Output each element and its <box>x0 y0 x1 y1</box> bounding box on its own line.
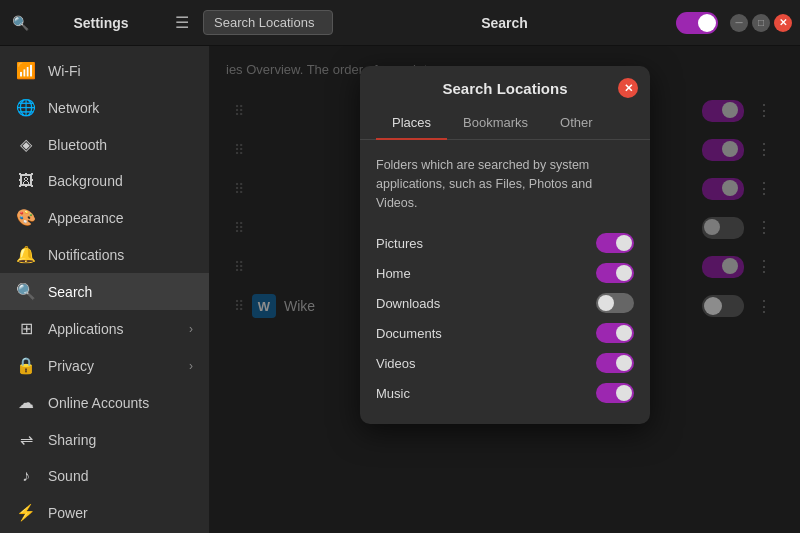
location-row-videos: Videos <box>376 348 634 378</box>
sidebar-label-background: Background <box>48 173 123 189</box>
sidebar-label-notifications: Notifications <box>48 247 124 263</box>
titlebar-search-icon: 🔍 <box>8 11 33 35</box>
sidebar-label-power: Power <box>48 505 88 521</box>
main-layout: 📶 Wi-Fi 🌐 Network ◈ Bluetooth 🖼 Backgrou… <box>0 46 800 533</box>
videos-toggle[interactable] <box>596 353 634 373</box>
modal-description: Folders which are searched by system app… <box>376 156 634 212</box>
location-name-downloads: Downloads <box>376 296 440 311</box>
sidebar-label-search: Search <box>48 284 92 300</box>
sidebar-label-sound: Sound <box>48 468 88 484</box>
location-row-documents: Documents <box>376 318 634 348</box>
sidebar-label-privacy: Privacy <box>48 358 94 374</box>
sidebar-item-bluetooth[interactable]: ◈ Bluetooth <box>0 126 209 163</box>
sidebar-label-applications: Applications <box>48 321 124 337</box>
close-button[interactable]: ✕ <box>774 14 792 32</box>
location-row-pictures: Pictures <box>376 228 634 258</box>
menu-button[interactable]: ☰ <box>169 9 195 36</box>
sidebar-label-network: Network <box>48 100 99 116</box>
sidebar-item-sharing[interactable]: ⇌ Sharing <box>0 421 209 458</box>
notifications-icon: 🔔 <box>16 245 36 264</box>
online-accounts-icon: ☁ <box>16 393 36 412</box>
location-row-downloads: Downloads <box>376 288 634 318</box>
app-title: Settings <box>41 15 161 31</box>
appearance-icon: 🎨 <box>16 208 36 227</box>
location-name-documents: Documents <box>376 326 442 341</box>
sidebar-label-bluetooth: Bluetooth <box>48 137 107 153</box>
tab-places[interactable]: Places <box>376 107 447 140</box>
documents-toggle[interactable] <box>596 323 634 343</box>
location-name-music: Music <box>376 386 410 401</box>
sidebar-item-network[interactable]: 🌐 Network <box>0 89 209 126</box>
search-locations-modal: Search Locations ✕ Places Bookmarks Othe… <box>360 66 650 424</box>
tab-other[interactable]: Other <box>544 107 609 140</box>
sidebar-item-notifications[interactable]: 🔔 Notifications <box>0 236 209 273</box>
sidebar-item-background[interactable]: 🖼 Background <box>0 163 209 199</box>
chevron-right-icon: › <box>189 322 193 336</box>
sidebar-item-search[interactable]: 🔍 Search <box>0 273 209 310</box>
privacy-icon: 🔒 <box>16 356 36 375</box>
modal-close-button[interactable]: ✕ <box>618 78 638 98</box>
sidebar-label-appearance: Appearance <box>48 210 124 226</box>
minimize-button[interactable]: ─ <box>730 14 748 32</box>
search-input[interactable] <box>203 10 333 35</box>
sidebar-item-appearance[interactable]: 🎨 Appearance <box>0 199 209 236</box>
home-toggle[interactable] <box>596 263 634 283</box>
titlebar: 🔍 Settings ☰ Search ─ □ ✕ <box>0 0 800 46</box>
content-area: ies Overview. The order of search t. ⠿ ⋮… <box>210 46 800 533</box>
location-name-pictures: Pictures <box>376 236 423 251</box>
sidebar-item-sound[interactable]: ♪ Sound <box>0 458 209 494</box>
modal-body: Folders which are searched by system app… <box>360 140 650 424</box>
downloads-toggle[interactable] <box>596 293 634 313</box>
window-controls: ─ □ ✕ <box>730 14 792 32</box>
location-row-music: Music <box>376 378 634 408</box>
applications-icon: ⊞ <box>16 319 36 338</box>
background-icon: 🖼 <box>16 172 36 190</box>
search-master-toggle[interactable] <box>676 12 718 34</box>
modal-header: Search Locations ✕ <box>360 66 650 107</box>
sidebar-item-applications[interactable]: ⊞ Applications › <box>0 310 209 347</box>
music-toggle[interactable] <box>596 383 634 403</box>
maximize-button[interactable]: □ <box>752 14 770 32</box>
page-title: Search <box>341 15 668 31</box>
sidebar-item-wifi[interactable]: 📶 Wi-Fi <box>0 52 209 89</box>
location-row-home: Home <box>376 258 634 288</box>
search-icon: 🔍 <box>16 282 36 301</box>
location-name-home: Home <box>376 266 411 281</box>
tab-bookmarks[interactable]: Bookmarks <box>447 107 544 140</box>
pictures-toggle[interactable] <box>596 233 634 253</box>
network-icon: 🌐 <box>16 98 36 117</box>
wifi-icon: 📶 <box>16 61 36 80</box>
search-toggle[interactable] <box>676 12 718 34</box>
modal-tabs: Places Bookmarks Other <box>360 107 650 140</box>
location-name-videos: Videos <box>376 356 416 371</box>
chevron-right-icon-2: › <box>189 359 193 373</box>
sharing-icon: ⇌ <box>16 430 36 449</box>
bluetooth-icon: ◈ <box>16 135 36 154</box>
sidebar-label-wifi: Wi-Fi <box>48 63 81 79</box>
power-icon: ⚡ <box>16 503 36 522</box>
sidebar-label-sharing: Sharing <box>48 432 96 448</box>
modal-overlay: Search Locations ✕ Places Bookmarks Othe… <box>210 46 800 533</box>
sidebar: 📶 Wi-Fi 🌐 Network ◈ Bluetooth 🖼 Backgrou… <box>0 46 210 533</box>
sidebar-item-privacy[interactable]: 🔒 Privacy › <box>0 347 209 384</box>
sidebar-label-online-accounts: Online Accounts <box>48 395 149 411</box>
sound-icon: ♪ <box>16 467 36 485</box>
sidebar-item-online-accounts[interactable]: ☁ Online Accounts <box>0 384 209 421</box>
modal-title: Search Locations <box>442 80 567 97</box>
sidebar-item-power[interactable]: ⚡ Power <box>0 494 209 531</box>
